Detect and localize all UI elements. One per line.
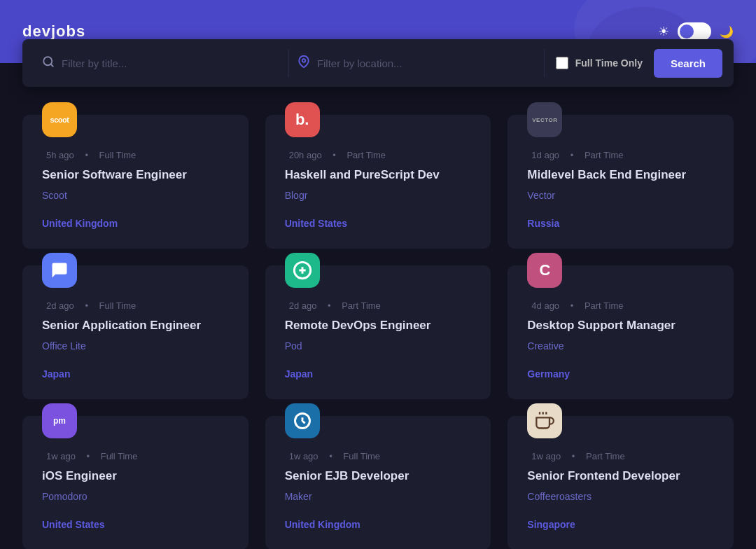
company-logo xyxy=(527,403,562,438)
job-age: 1w ago xyxy=(289,451,318,461)
company-name: Creative xyxy=(527,340,714,352)
job-location: United States xyxy=(285,218,472,229)
job-meta: 4d ago • Part Time xyxy=(527,300,714,311)
job-title: Senior EJB Developer xyxy=(285,468,472,484)
svg-line-1 xyxy=(50,64,52,66)
search-icon xyxy=(42,55,55,71)
job-card[interactable]: scoot5h ago • Full TimeSenior Software E… xyxy=(22,115,248,249)
job-type: Full Time xyxy=(99,300,136,311)
job-card[interactable]: 2d ago • Full TimeSenior Application Eng… xyxy=(22,265,248,399)
toggle-knob xyxy=(680,25,694,39)
company-logo: scoot xyxy=(42,102,77,137)
job-location: United Kingdom xyxy=(285,519,472,530)
job-location: United States xyxy=(42,519,229,530)
job-location: Japan xyxy=(285,368,472,380)
fulltime-filter-section: Full Time Only xyxy=(545,57,654,69)
job-card[interactable]: 2d ago • Part TimeRemote DevOps Engineer… xyxy=(265,265,491,399)
theme-toggle[interactable] xyxy=(678,22,711,41)
company-logo: VECTOR xyxy=(527,102,562,137)
company-logo xyxy=(285,403,320,438)
job-card[interactable]: 1w ago • Full TimeSenior EJB DeveloperMa… xyxy=(265,416,491,549)
job-type: Part Time xyxy=(586,451,625,461)
sun-icon: ☀ xyxy=(658,24,669,39)
job-card[interactable]: C4d ago • Part TimeDesktop Support Manag… xyxy=(507,265,734,399)
title-search-section xyxy=(34,55,288,71)
svg-point-2 xyxy=(302,59,306,62)
company-name: Pomodoro xyxy=(42,491,229,502)
company-name: Office Lite xyxy=(42,340,229,352)
job-card[interactable]: VECTOR1d ago • Part TimeMidlevel Back En… xyxy=(507,115,734,249)
job-title: Haskell and PureScript Dev xyxy=(285,167,472,183)
job-type: Part Time xyxy=(342,300,381,311)
job-meta: 1w ago • Full Time xyxy=(285,451,472,461)
job-title: Midlevel Back End Engineer xyxy=(527,167,714,183)
main-content: scoot5h ago • Full TimeSenior Software E… xyxy=(0,87,756,549)
job-age: 2d ago xyxy=(46,300,74,311)
job-age: 4d ago xyxy=(531,300,559,311)
company-name: Pod xyxy=(285,340,472,352)
company-logo xyxy=(285,253,320,288)
site-logo: devjobs xyxy=(22,22,85,41)
location-search-section xyxy=(289,55,544,71)
jobs-grid: scoot5h ago • Full TimeSenior Software E… xyxy=(22,115,734,549)
job-location: Japan xyxy=(42,368,229,380)
job-title: Senior Frontend Developer xyxy=(527,468,714,484)
job-title: Senior Software Engineer xyxy=(42,167,229,183)
job-card[interactable]: pm1w ago • Full TimeiOS EngineerPomodoro… xyxy=(22,416,248,549)
job-type: Full Time xyxy=(99,150,136,160)
job-card[interactable]: 1w ago • Part TimeSenior Frontend Develo… xyxy=(507,416,734,549)
fulltime-checkbox[interactable] xyxy=(556,57,568,69)
job-title: Desktop Support Manager xyxy=(527,318,714,333)
job-meta: 1w ago • Part Time xyxy=(527,451,714,461)
job-age: 2d ago xyxy=(289,300,317,311)
job-age: 1w ago xyxy=(46,451,76,461)
job-location: Russia xyxy=(527,218,714,229)
search-bar: Full Time Only Search xyxy=(22,39,734,87)
job-type: Full Time xyxy=(343,451,380,461)
theme-controls: ☀ 🌙 xyxy=(658,22,734,41)
job-title: Senior Application Engineer xyxy=(42,318,229,333)
job-location: Singapore xyxy=(527,519,714,530)
company-logo: pm xyxy=(42,403,77,438)
job-meta: 1w ago • Full Time xyxy=(42,451,229,461)
job-meta: 2d ago • Part Time xyxy=(285,300,472,311)
search-button[interactable]: Search xyxy=(654,49,722,78)
job-age: 1w ago xyxy=(531,451,561,461)
location-icon xyxy=(298,55,310,71)
job-title: iOS Engineer xyxy=(42,468,229,484)
job-type: Part Time xyxy=(584,300,624,311)
job-card[interactable]: b.20h ago • Part TimeHaskell and PureScr… xyxy=(265,115,491,249)
company-name: Vector xyxy=(527,190,714,201)
job-age: 1d ago xyxy=(531,150,559,160)
fulltime-label: Full Time Only xyxy=(575,57,643,69)
company-name: Blogr xyxy=(285,190,472,201)
job-meta: 5h ago • Full Time xyxy=(42,150,229,160)
company-logo: C xyxy=(527,253,562,288)
moon-icon: 🌙 xyxy=(720,25,734,39)
job-type: Full Time xyxy=(101,451,138,461)
company-name: Coffeeroasters xyxy=(527,491,714,502)
company-name: Maker xyxy=(285,491,472,502)
job-age: 5h ago xyxy=(46,150,74,160)
job-meta: 2d ago • Full Time xyxy=(42,300,229,311)
location-search-input[interactable] xyxy=(317,57,536,69)
job-location: United Kingdom xyxy=(42,218,229,229)
job-type: Part Time xyxy=(584,150,624,160)
job-meta: 1d ago • Part Time xyxy=(527,150,714,160)
title-search-input[interactable] xyxy=(62,57,280,69)
job-type: Part Time xyxy=(346,150,386,160)
company-name: Scoot xyxy=(42,190,229,201)
job-age: 20h ago xyxy=(289,150,322,160)
job-title: Remote DevOps Engineer xyxy=(285,318,472,333)
company-logo xyxy=(42,253,77,288)
job-location: Germany xyxy=(527,368,714,380)
job-meta: 20h ago • Part Time xyxy=(285,150,472,160)
company-logo: b. xyxy=(285,102,320,137)
